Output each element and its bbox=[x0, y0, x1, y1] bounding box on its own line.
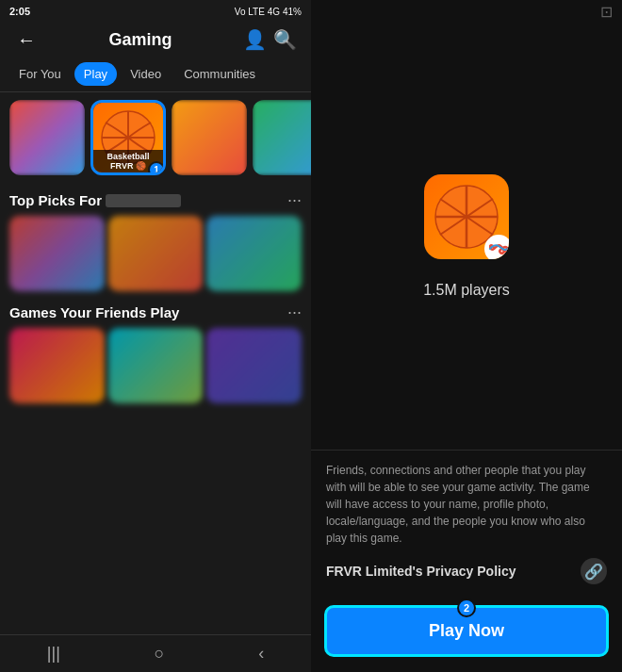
tab-play[interactable]: Play bbox=[74, 62, 117, 86]
bottom-nav: ||| ○ ‹ bbox=[0, 634, 311, 672]
featured-game-3[interactable] bbox=[172, 100, 247, 175]
friends-section: Games Your Friends Play ··· bbox=[0, 295, 311, 407]
top-picks-cell-1[interactable] bbox=[9, 216, 105, 291]
infinity-svg bbox=[489, 242, 508, 255]
search-icon[interactable]: 🔍 bbox=[270, 28, 300, 51]
top-picks-header: Top Picks For ··· bbox=[9, 190, 302, 210]
play-now-container: 2 Play Now bbox=[311, 596, 622, 672]
username-blur bbox=[106, 194, 181, 207]
friends-cell-1[interactable] bbox=[9, 328, 105, 403]
featured-game-4[interactable] bbox=[253, 100, 311, 175]
nav-back-icon[interactable]: ‹ bbox=[258, 644, 264, 664]
battery-text: 41% bbox=[283, 7, 302, 17]
badge-1: 1 bbox=[148, 161, 165, 175]
nav-home-icon[interactable]: ○ bbox=[155, 644, 165, 664]
tab-for-you[interactable]: For You bbox=[9, 62, 71, 86]
players-count: 1.5M players bbox=[423, 282, 510, 299]
top-picks-grid bbox=[9, 216, 302, 291]
nav-lines-icon[interactable]: ||| bbox=[47, 644, 60, 664]
top-picks-more[interactable]: ··· bbox=[287, 190, 302, 210]
top-picks-section: Top Picks For ··· bbox=[0, 183, 311, 295]
tab-video[interactable]: Video bbox=[121, 62, 171, 86]
right-top-bar: ⊡ bbox=[311, 0, 622, 23]
play-now-button[interactable]: 2 Play Now bbox=[324, 605, 609, 657]
link-icon[interactable]: 🔗 bbox=[581, 558, 607, 584]
tab-bar: For You Play Video Communities bbox=[0, 57, 311, 92]
status-right: Vo LTE 4G 41% bbox=[235, 7, 302, 17]
privacy-link[interactable]: FRVR Limited's Privacy Policy 🔗 bbox=[326, 558, 607, 584]
friends-cell-3[interactable] bbox=[206, 328, 302, 403]
back-button[interactable]: ← bbox=[11, 29, 41, 51]
featured-game-1[interactable] bbox=[9, 100, 85, 175]
gamepad-icon: ⊡ bbox=[600, 3, 613, 21]
play-now-label: Play Now bbox=[429, 621, 504, 641]
friends-header: Games Your Friends Play ··· bbox=[9, 303, 302, 322]
infinity-badge bbox=[484, 235, 509, 259]
privacy-policy-label: FRVR Limited's Privacy Policy bbox=[326, 564, 516, 579]
signal-text: Vo LTE 4G bbox=[235, 7, 280, 17]
friends-grid bbox=[9, 328, 302, 403]
game-icon-large bbox=[424, 174, 509, 259]
badge-2: 2 bbox=[457, 598, 476, 617]
game-hero: 1.5M players bbox=[311, 23, 622, 450]
top-picks-cell-2[interactable] bbox=[108, 216, 204, 291]
featured-games-row: Basketball FRVR 🏀 1 bbox=[0, 92, 311, 183]
friends-title: Games Your Friends Play bbox=[9, 304, 179, 320]
status-time: 2:05 bbox=[9, 6, 30, 17]
friends-cell-2[interactable] bbox=[108, 328, 204, 403]
top-picks-title: Top Picks For bbox=[9, 192, 181, 208]
header: ← Gaming 👤 🔍 bbox=[0, 23, 311, 57]
right-panel: ⊡ 1.5M players Friends, connections and bbox=[311, 0, 622, 672]
status-bar: 2:05 Vo LTE 4G 41% bbox=[0, 0, 311, 23]
top-picks-cell-3[interactable] bbox=[206, 216, 302, 291]
profile-icon[interactable]: 👤 bbox=[239, 28, 270, 51]
featured-game-basketball[interactable]: Basketball FRVR 🏀 1 bbox=[90, 100, 166, 175]
tab-communities[interactable]: Communities bbox=[174, 62, 265, 86]
left-scroll[interactable]: Basketball FRVR 🏀 1 Top Picks For ··· bbox=[0, 92, 311, 672]
privacy-text: Friends, connections and other people th… bbox=[326, 462, 607, 547]
page-title: Gaming bbox=[41, 30, 239, 50]
privacy-section: Friends, connections and other people th… bbox=[311, 450, 622, 596]
left-panel: 2:05 Vo LTE 4G 41% ← Gaming 👤 🔍 For You … bbox=[0, 0, 311, 672]
friends-more[interactable]: ··· bbox=[287, 303, 302, 322]
